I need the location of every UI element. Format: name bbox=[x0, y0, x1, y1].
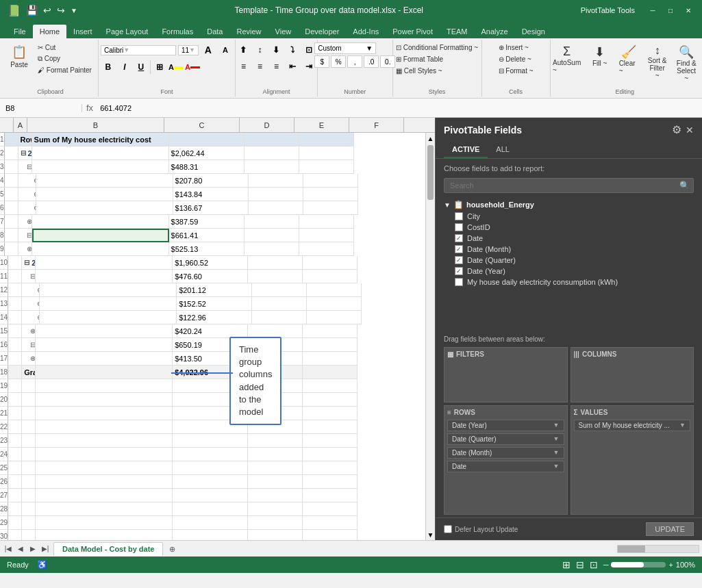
year-row-cell[interactable]: ⊟ 2013 bbox=[18, 146, 32, 160]
field-item[interactable]: ✓Date bbox=[444, 233, 694, 244]
sheet-next-button[interactable]: ▶ bbox=[27, 544, 38, 554]
format-as-table-button[interactable]: ⊞ Format Table bbox=[392, 54, 447, 64]
increase-decimal-button[interactable]: .0 bbox=[364, 55, 379, 68]
grid-view-icon[interactable]: ⊞ bbox=[562, 559, 571, 570]
month-row-cell[interactable] bbox=[8, 297, 22, 311]
cell[interactable] bbox=[303, 393, 358, 407]
increase-font-button[interactable]: A bbox=[201, 42, 216, 57]
qtr-row-cell[interactable] bbox=[8, 324, 22, 338]
cell[interactable] bbox=[22, 489, 36, 502]
month-row-cell[interactable]: $152.52 bbox=[177, 297, 252, 311]
font-color-button[interactable]: A bbox=[185, 60, 200, 75]
cell[interactable] bbox=[303, 502, 358, 516]
cell[interactable] bbox=[8, 448, 22, 461]
month-row-cell[interactable]: ⊕ Jan bbox=[22, 283, 40, 297]
row-number-18[interactable]: 18 bbox=[0, 366, 8, 379]
align-middle-button[interactable]: ↕ bbox=[252, 42, 267, 57]
grand-total-cell[interactable]: Grand Total bbox=[22, 366, 36, 379]
cell[interactable] bbox=[22, 407, 36, 420]
field-checkbox[interactable]: ✓ bbox=[455, 234, 463, 242]
qtr-row-cell[interactable] bbox=[32, 160, 169, 174]
col-header-E[interactable]: E bbox=[294, 118, 349, 132]
fill-button[interactable]: ⬇ Fill ~ bbox=[586, 42, 614, 69]
month-row-cell[interactable] bbox=[303, 201, 358, 215]
field-item[interactable]: ✓Date (Quarter) bbox=[444, 255, 694, 266]
col-header-D[interactable]: D bbox=[240, 118, 294, 132]
conditional-formatting-button[interactable]: ⊡ Conditional Formatting ~ bbox=[392, 42, 481, 53]
month-row-cell[interactable]: ⊕ Feb bbox=[18, 188, 36, 201]
header-cell[interactable] bbox=[5, 133, 18, 146]
align-right-button[interactable]: ≡ bbox=[268, 59, 284, 74]
cell[interactable] bbox=[8, 516, 22, 530]
ribbon-tab-add-ins[interactable]: Add-Ins bbox=[346, 25, 386, 38]
month-row-cell[interactable] bbox=[40, 311, 177, 324]
month-row-cell[interactable] bbox=[249, 188, 303, 201]
cell[interactable] bbox=[303, 379, 358, 393]
month-row-cell[interactable] bbox=[303, 174, 358, 188]
cell[interactable] bbox=[303, 420, 358, 434]
cell[interactable] bbox=[303, 461, 358, 475]
page-break-icon[interactable]: ⊡ bbox=[590, 559, 598, 570]
cell[interactable] bbox=[22, 434, 36, 448]
cell[interactable] bbox=[36, 461, 173, 475]
qtr-row-cell[interactable] bbox=[245, 215, 299, 229]
row-number-19[interactable]: 19 bbox=[0, 379, 8, 393]
expand-collapse-icon[interactable]: ⊟ bbox=[24, 259, 29, 266]
month-row-cell[interactable] bbox=[249, 201, 303, 215]
cell[interactable] bbox=[8, 489, 22, 502]
qtr-row-cell[interactable]: $420.24 bbox=[173, 324, 248, 338]
paste-button[interactable]: 📋 Paste bbox=[5, 42, 33, 71]
field-checkbox[interactable] bbox=[455, 278, 463, 286]
month-row-cell[interactable] bbox=[307, 283, 362, 297]
pivot-close-button[interactable]: ✕ bbox=[686, 125, 694, 136]
cell[interactable] bbox=[36, 475, 173, 489]
expand-collapse-icon[interactable]: ⊟ bbox=[27, 163, 32, 170]
field-checkbox[interactable]: ✓ bbox=[455, 256, 463, 264]
month-row-cell[interactable] bbox=[8, 283, 22, 297]
cell[interactable] bbox=[303, 475, 358, 489]
ribbon-tab-formulas[interactable]: Formulas bbox=[155, 25, 200, 38]
qtr-row-cell[interactable]: ⊕ Qtr4 bbox=[22, 352, 36, 366]
month-row-cell[interactable]: ⊕ Mar bbox=[22, 311, 40, 324]
cell[interactable] bbox=[36, 530, 173, 540]
cell[interactable] bbox=[8, 475, 22, 489]
percent-format-button[interactable]: % bbox=[331, 55, 346, 68]
expand-collapse-icon[interactable]: ⊟ bbox=[27, 231, 32, 239]
year-row-cell[interactable] bbox=[36, 256, 173, 270]
cell[interactable] bbox=[22, 393, 36, 407]
col-header-B[interactable]: B bbox=[27, 118, 164, 132]
cell[interactable] bbox=[8, 407, 22, 420]
row-number-17[interactable]: 17 bbox=[0, 352, 8, 366]
expand-collapse-icon[interactable]: ⊕ bbox=[30, 327, 36, 335]
row-item-date-quarter[interactable]: Date (Quarter) ▼ bbox=[447, 433, 564, 445]
minimize-button[interactable]: ─ bbox=[646, 3, 660, 17]
col-header-F[interactable]: F bbox=[349, 118, 404, 132]
formula-input[interactable]: 661.4072 bbox=[97, 104, 702, 112]
underline-button[interactable]: U bbox=[134, 60, 149, 75]
cell[interactable] bbox=[173, 502, 248, 516]
month-row-cell[interactable]: ⊕ Feb bbox=[22, 297, 40, 311]
year-row-cell[interactable]: $1,960.52 bbox=[173, 256, 248, 270]
cell[interactable] bbox=[173, 530, 248, 540]
row-number-22[interactable]: 22 bbox=[0, 420, 8, 434]
h-scroll-thumb[interactable] bbox=[618, 546, 645, 552]
cell[interactable] bbox=[36, 434, 173, 448]
expand-collapse-icon[interactable]: ⊕ bbox=[27, 218, 32, 225]
cell[interactable] bbox=[22, 461, 36, 475]
pivot-tab-active[interactable]: ACTIVE bbox=[444, 142, 488, 158]
maximize-button[interactable]: □ bbox=[664, 3, 677, 17]
row-item-date[interactable]: Date ▼ bbox=[447, 461, 564, 472]
month-row-cell[interactable]: ⊕ Jan bbox=[18, 174, 36, 188]
row-number-13[interactable]: 13 bbox=[0, 297, 8, 311]
row-number-15[interactable]: 15 bbox=[0, 324, 8, 338]
month-row-cell[interactable] bbox=[252, 283, 307, 297]
row-number-30[interactable]: 30 bbox=[0, 530, 8, 540]
month-row-cell[interactable] bbox=[307, 297, 362, 311]
row-number-23[interactable]: 23 bbox=[0, 434, 8, 448]
scroll-thumb[interactable] bbox=[427, 145, 434, 200]
month-row-cell[interactable] bbox=[36, 201, 173, 215]
month-row-cell[interactable] bbox=[303, 188, 358, 201]
cell-styles-button[interactable]: ▦ Cell Styles ~ bbox=[392, 66, 446, 76]
cell[interactable] bbox=[248, 448, 303, 461]
qtr-row-cell[interactable] bbox=[248, 270, 303, 283]
